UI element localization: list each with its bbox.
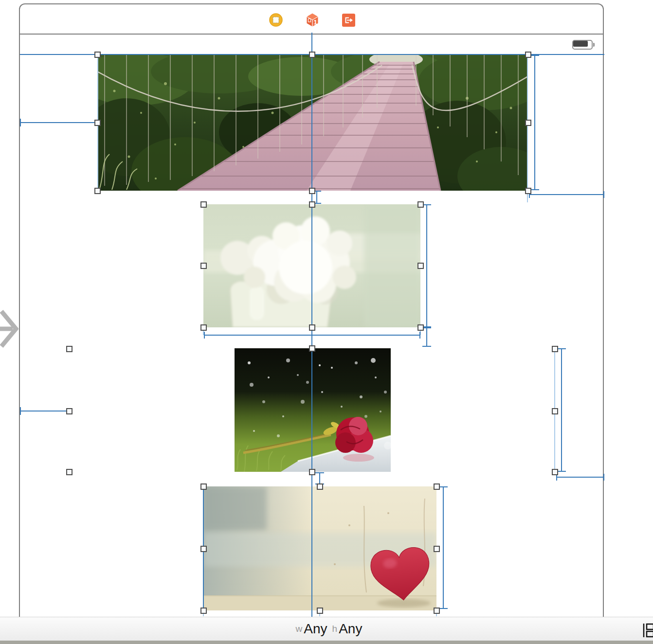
- selection-handle[interactable]: [552, 408, 558, 414]
- selection-handle[interactable]: [200, 608, 207, 614]
- first-responder-cube-icon[interactable]: 1: [305, 13, 320, 27]
- battery-icon: [572, 40, 595, 50]
- constraint-bridge-leading[interactable]: [20, 122, 98, 123]
- constraint-flower-width[interactable]: [204, 335, 420, 336]
- selection-handle[interactable]: [200, 324, 207, 331]
- rose-image[interactable]: [235, 348, 391, 472]
- constraint-bridge-flower-spacing[interactable]: [316, 191, 317, 204]
- window-bottom-strip: [0, 641, 653, 644]
- width-class-label: w: [296, 624, 303, 634]
- height-class-value: Any: [339, 621, 362, 637]
- bridge-image[interactable]: [97, 54, 528, 191]
- selection-handle[interactable]: [94, 188, 101, 194]
- constraint-rose-heart-spacing[interactable]: [319, 472, 320, 484]
- selection-handle[interactable]: [417, 324, 424, 331]
- height-class-label: h: [332, 624, 338, 634]
- width-class-value: Any: [304, 621, 327, 637]
- constraint-heart-height[interactable]: [443, 486, 444, 609]
- exit-segue-icon[interactable]: [342, 14, 355, 27]
- selection-handle[interactable]: [434, 546, 440, 552]
- selection-handle[interactable]: [200, 546, 207, 552]
- size-class-bar[interactable]: w Any h Any: [0, 617, 653, 641]
- constraint-flower-rose-spacing[interactable]: [426, 327, 427, 347]
- selection-handle[interactable]: [200, 483, 207, 490]
- constraint-flower-height[interactable]: [426, 204, 427, 327]
- selection-handle[interactable]: [434, 608, 440, 614]
- selection-handle[interactable]: [66, 346, 73, 352]
- selection-handle[interactable]: [417, 201, 424, 208]
- selection-handle[interactable]: [552, 469, 558, 475]
- selection-handle[interactable]: [309, 201, 315, 208]
- selection-handle[interactable]: [94, 52, 101, 58]
- view-controller-icon[interactable]: [269, 13, 283, 27]
- constraint-rose-height[interactable]: [561, 348, 562, 472]
- document-outline-toggle-icon[interactable]: [642, 623, 653, 638]
- selection-handle[interactable]: [309, 345, 315, 352]
- constraint-bridge-height[interactable]: [534, 55, 535, 190]
- selection-handle[interactable]: [309, 188, 315, 194]
- selection-handle[interactable]: [200, 263, 207, 269]
- selection-handle[interactable]: [309, 469, 315, 475]
- scene-dock: 1: [19, 13, 604, 27]
- selection-handle[interactable]: [94, 120, 101, 126]
- initial-view-controller-arrow-icon[interactable]: [0, 305, 18, 352]
- constraint-bridge-trailing[interactable]: [529, 194, 604, 195]
- selection-handle[interactable]: [417, 263, 424, 269]
- selection-handle[interactable]: [525, 120, 531, 126]
- selection-handle[interactable]: [66, 408, 73, 414]
- selection-handle[interactable]: [525, 52, 531, 58]
- selection-handle[interactable]: [309, 52, 315, 58]
- constraint-rose-trailing[interactable]: [556, 477, 604, 478]
- storyboard-canvas: 1: [0, 0, 653, 644]
- selection-handle[interactable]: [309, 324, 315, 331]
- heart-image[interactable]: [203, 486, 436, 610]
- selection-handle[interactable]: [317, 608, 323, 614]
- selection-handle[interactable]: [434, 483, 440, 490]
- selection-handle[interactable]: [66, 469, 73, 475]
- selection-handle[interactable]: [200, 201, 207, 208]
- selection-handle[interactable]: [552, 346, 558, 352]
- first-responder-badge: 1: [313, 18, 317, 26]
- constraint-rose-leading[interactable]: [20, 411, 69, 411]
- selection-handle[interactable]: [317, 483, 323, 490]
- selection-handle[interactable]: [525, 188, 531, 194]
